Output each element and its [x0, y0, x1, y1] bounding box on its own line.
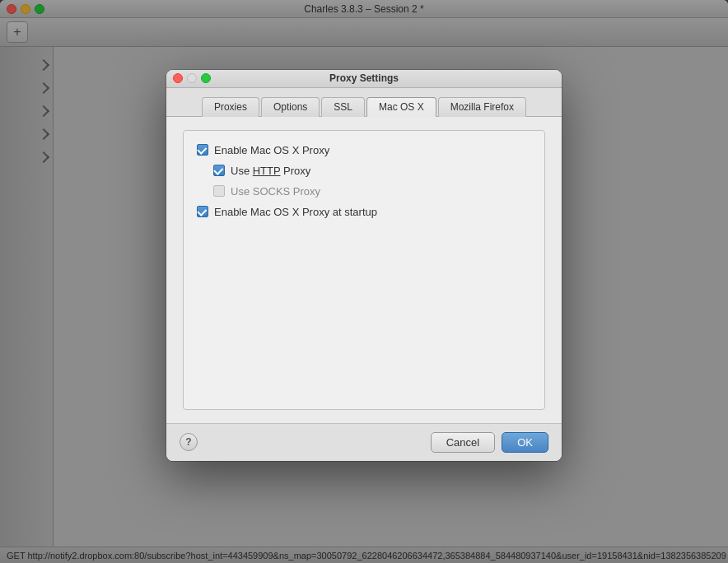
dialog-traffic-lights	[173, 73, 211, 83]
enable-startup-row: Enable Mac OS X Proxy at startup	[197, 206, 531, 218]
use-http-label: Use HTTP Proxy	[231, 165, 310, 177]
enable-startup-checkbox[interactable]	[197, 206, 208, 217]
cancel-button[interactable]: Cancel	[431, 432, 495, 453]
enable-startup-label: Enable Mac OS X Proxy at startup	[214, 206, 377, 218]
enable-macosx-row: Enable Mac OS X Proxy	[197, 144, 531, 156]
tab-ssl[interactable]: SSL	[321, 97, 365, 117]
use-socks-label: Use SOCKS Proxy	[231, 185, 320, 198]
dialog-minimize-button[interactable]	[187, 73, 197, 83]
dialog-title: Proxy Settings	[329, 72, 399, 84]
use-socks-checkbox[interactable]	[213, 185, 225, 197]
help-button[interactable]: ?	[180, 433, 198, 451]
enable-macosx-label: Enable Mac OS X Proxy	[214, 144, 329, 156]
modal-overlay: Proxy Settings Proxies Options SSL Mac O…	[0, 0, 728, 563]
proxy-settings-dialog: Proxy Settings Proxies Options SSL Mac O…	[166, 70, 562, 461]
dialog-maximize-button[interactable]	[201, 73, 211, 83]
http-underline: HTTP	[253, 165, 281, 177]
dialog-footer: ? Cancel OK	[166, 423, 562, 461]
settings-content-box: Enable Mac OS X Proxy Use HTTP Proxy Use…	[183, 130, 545, 410]
tab-proxies[interactable]: Proxies	[202, 97, 259, 117]
use-http-row: Use HTTP Proxy	[213, 165, 531, 177]
tab-macosx[interactable]: Mac OS X	[366, 97, 436, 117]
dialog-close-button[interactable]	[173, 73, 183, 83]
dialog-titlebar: Proxy Settings	[166, 70, 562, 88]
use-socks-row: Use SOCKS Proxy	[213, 185, 531, 198]
enable-macosx-checkbox[interactable]	[197, 144, 208, 156]
use-http-checkbox[interactable]	[213, 165, 225, 176]
tabs-bar: Proxies Options SSL Mac OS X Mozilla Fir…	[166, 88, 562, 117]
tab-mozilla-firefox[interactable]: Mozilla Firefox	[438, 97, 526, 117]
ok-button[interactable]: OK	[502, 432, 548, 453]
tab-options[interactable]: Options	[261, 97, 320, 117]
dialog-content: Enable Mac OS X Proxy Use HTTP Proxy Use…	[166, 117, 562, 423]
footer-buttons: Cancel OK	[431, 432, 548, 453]
